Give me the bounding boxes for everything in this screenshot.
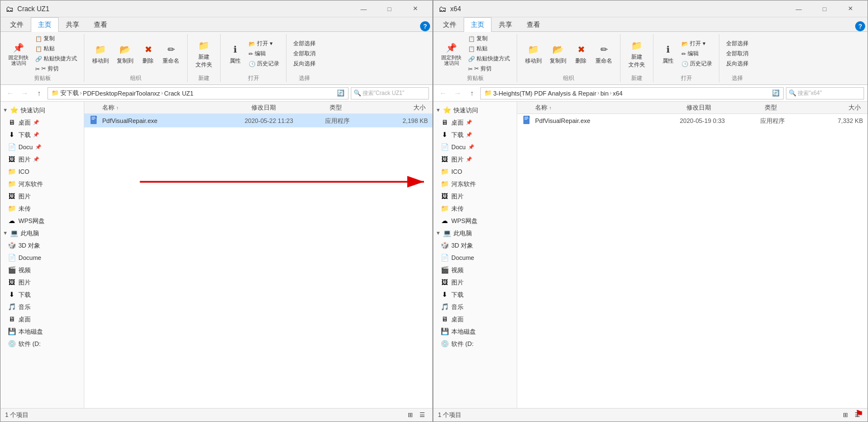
left-tab-share[interactable]: 共享 xyxy=(59,17,87,32)
right-sidebar-photo[interactable]: 🖼 图片 xyxy=(433,276,517,288)
right-back-btn[interactable]: ← xyxy=(437,87,449,99)
right-file-row-0[interactable]: PdfVisualRepair.exe 2020-05-19 0:33 应用程序… xyxy=(517,114,867,127)
right-col-size[interactable]: 大小 xyxy=(818,103,863,112)
left-col-type[interactable]: 类型 xyxy=(327,103,383,112)
left-sidebar-wps[interactable]: ☁ WPS网盘 xyxy=(1,215,84,227)
right-cut-btn[interactable]: ✂ ✂ 剪切 xyxy=(466,64,512,73)
right-paste-btn[interactable]: 📋 粘贴 xyxy=(466,44,512,53)
left-sidebar-3d[interactable]: 🎲 3D 对象 xyxy=(1,239,84,252)
right-sidebar-software[interactable]: 💿 软件 (D: xyxy=(433,338,517,350)
left-sidebar-photo[interactable]: 🖼 图片 xyxy=(1,276,84,288)
left-sidebar-ico[interactable]: 📁 ICO xyxy=(1,165,84,178)
left-back-btn[interactable]: ← xyxy=(4,87,16,99)
right-sidebar-docu[interactable]: 📄 Docu 📌 xyxy=(433,141,517,153)
left-sidebar-download[interactable]: ⬇ 下载 📌 xyxy=(1,129,84,141)
right-sidebar-3d[interactable]: 🎲 3D 对象 xyxy=(433,239,517,252)
left-newfolder-btn[interactable]: 📁 新建文件夹 xyxy=(192,37,216,70)
left-edit-btn[interactable]: ✏ 编辑 xyxy=(246,49,282,58)
left-col-size[interactable]: 大小 xyxy=(383,103,428,112)
right-sidebar-hedong[interactable]: 📁 河东软件 xyxy=(433,178,517,190)
left-sidebar-documents[interactable]: 📄 Docume xyxy=(1,252,84,264)
right-sidebar-desk2[interactable]: 🖥 桌面 xyxy=(433,313,517,325)
left-cut-btn[interactable]: ✂ ✂ 剪切 xyxy=(33,64,79,73)
right-col-type[interactable]: 类型 xyxy=(762,103,818,112)
right-sidebar-music[interactable]: 🎵 音乐 xyxy=(433,301,517,313)
right-newfolder-btn[interactable]: 📁 新建文件夹 xyxy=(625,37,648,70)
left-search-box[interactable]: 🔍 搜索"Crack UZ1" xyxy=(351,87,429,99)
left-paste-shortcut-btn[interactable]: 🔗 粘贴快捷方式 xyxy=(33,54,79,63)
right-sidebar-video[interactable]: 🎬 视频 xyxy=(433,264,517,276)
left-invert-btn[interactable]: 反向选择 xyxy=(291,59,318,68)
right-sidebar-download[interactable]: ⬇ 下载 📌 xyxy=(433,129,517,141)
left-view-list-btn[interactable]: ☰ xyxy=(417,410,428,420)
left-sidebar-thispc[interactable]: ▼ 💻 此电脑 xyxy=(1,227,84,239)
right-sidebar-ico[interactable]: 📁 ICO xyxy=(433,165,517,178)
left-sidebar-desk2[interactable]: 🖥 桌面 xyxy=(1,313,84,325)
right-history-btn[interactable]: 🕒 历史记录 xyxy=(679,59,714,68)
right-sidebar-pics2[interactable]: 🖼 图片 xyxy=(433,190,517,202)
left-maximize-btn[interactable]: □ xyxy=(376,1,402,17)
left-sidebar-dl2[interactable]: ⬇ 下载 xyxy=(1,288,84,301)
left-path-2[interactable]: PDFDesktopRepairToolanxz xyxy=(83,90,160,97)
right-tab-home[interactable]: 主页 xyxy=(464,17,492,32)
left-deselect-btn[interactable]: 全部取消 xyxy=(291,49,318,58)
right-sidebar-documents[interactable]: 📄 Docume xyxy=(433,252,517,264)
left-tab-home[interactable]: 主页 xyxy=(31,17,59,32)
left-col-name[interactable]: 名称 ↑ xyxy=(100,103,249,112)
right-view-grid-btn[interactable]: ⊞ xyxy=(840,410,851,420)
right-address-input[interactable]: 📁 3-Heights(TM) PDF Analysis & Repair › … xyxy=(480,87,784,99)
right-sidebar-weituan[interactable]: 📁 未传 xyxy=(433,202,517,215)
right-col-date[interactable]: 修改日期 xyxy=(684,103,762,112)
left-address-input[interactable]: 📁 安下载 › PDFDesktopRepairToolanxz › Crack… xyxy=(47,87,349,99)
right-col-name[interactable]: 名称 ↑ xyxy=(533,103,684,112)
right-rename-btn[interactable]: ✏ 重命名 xyxy=(592,39,616,68)
left-sidebar-software[interactable]: 💿 软件 (D: xyxy=(1,338,84,350)
left-copyto-btn[interactable]: 📂 复制到 xyxy=(113,39,137,68)
left-tab-file[interactable]: 文件 xyxy=(3,17,31,32)
left-sidebar-docu[interactable]: 📄 Docu 📌 xyxy=(1,141,84,153)
right-copy-btn[interactable]: 📋 复制 xyxy=(466,34,512,43)
right-open-btn[interactable]: 📂 打开 ▾ xyxy=(679,39,714,48)
right-deselect-btn[interactable]: 全部取消 xyxy=(724,49,751,58)
right-sidebar-localdisk[interactable]: 💾 本地磁盘 xyxy=(433,325,517,338)
right-tab-view[interactable]: 查看 xyxy=(519,17,547,32)
left-path-3[interactable]: Crack UZ1 xyxy=(164,90,194,97)
right-moveto-btn[interactable]: 📁 移动到 xyxy=(522,39,545,68)
right-sidebar-pictures[interactable]: 🖼 图片 📌 xyxy=(433,153,517,165)
left-up-btn[interactable]: ↑ xyxy=(33,87,45,99)
right-path-1[interactable]: 3-Heights(TM) PDF Analysis & Repair xyxy=(493,90,597,97)
right-sidebar-quickaccess[interactable]: ▼ ⭐ 快速访问 xyxy=(433,104,517,116)
right-sidebar-desktop[interactable]: 🖥 桌面 📌 xyxy=(433,116,517,129)
left-help-btn[interactable]: ? xyxy=(420,21,430,31)
right-forward-btn[interactable]: → xyxy=(451,87,464,99)
right-delete-btn[interactable]: ✖ 删除 xyxy=(571,39,591,68)
left-forward-btn[interactable]: → xyxy=(18,87,31,99)
left-rename-btn[interactable]: ✏ 重命名 xyxy=(159,39,183,68)
left-close-btn[interactable]: ✕ xyxy=(402,1,428,17)
right-close-btn[interactable]: ✕ xyxy=(837,1,863,17)
right-maximize-btn[interactable]: □ xyxy=(812,1,837,17)
left-sidebar-hedong[interactable]: 📁 河东软件 xyxy=(1,178,84,190)
left-sidebar-music[interactable]: 🎵 音乐 xyxy=(1,301,84,313)
right-sidebar-wps[interactable]: ☁ WPS网盘 xyxy=(433,215,517,227)
right-invert-btn[interactable]: 反向选择 xyxy=(724,59,751,68)
right-search-box[interactable]: 🔍 搜索"x64" xyxy=(786,87,864,99)
right-sidebar-thispc[interactable]: ▼ 💻 此电脑 xyxy=(433,227,517,239)
right-help-btn[interactable]: ? xyxy=(855,21,865,31)
left-tab-view[interactable]: 查看 xyxy=(87,17,115,32)
right-copyto-btn[interactable]: 📂 复制到 xyxy=(546,39,570,68)
left-path-1[interactable]: 安下载 xyxy=(60,89,79,97)
left-sidebar-desktop[interactable]: 🖥 桌面 📌 xyxy=(1,116,84,129)
left-file-row-0[interactable]: PdfVisualRepair.exe 2020-05-22 11:23 应用程… xyxy=(84,114,432,127)
left-properties-btn[interactable]: ℹ 属性 xyxy=(225,39,245,68)
left-selectall-btn[interactable]: 全部选择 xyxy=(291,39,318,48)
left-open-btn[interactable]: 📂 打开 ▾ xyxy=(246,39,282,48)
right-edit-btn[interactable]: ✏ 编辑 xyxy=(679,49,714,58)
right-selectall-btn[interactable]: 全部选择 xyxy=(724,39,751,48)
left-sidebar-quickaccess[interactable]: ▼ ⭐ 快速访问 xyxy=(1,104,84,116)
right-tab-file[interactable]: 文件 xyxy=(436,17,464,32)
left-address-refresh[interactable]: 🔄 xyxy=(337,89,345,97)
left-sidebar-weituan[interactable]: 📁 未传 xyxy=(1,202,84,215)
right-path-2[interactable]: bin xyxy=(600,90,609,97)
right-up-btn[interactable]: ↑ xyxy=(466,87,478,99)
